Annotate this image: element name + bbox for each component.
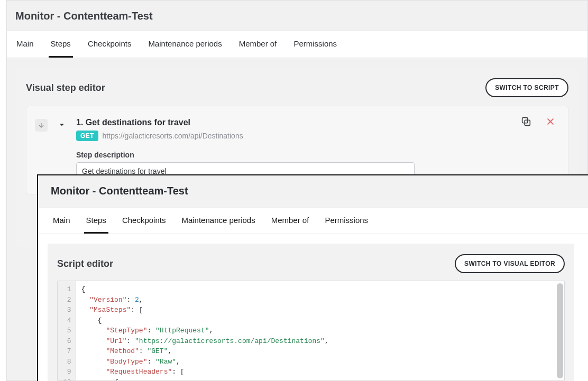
tab-steps[interactable]: Steps [49,31,73,58]
tab-checkpoints[interactable]: Checkpoints [86,31,134,58]
script-editor-panel: Monitor - Contentteam-Test MainStepsChec… [37,174,588,381]
delete-step-button[interactable] [545,116,556,129]
code-body[interactable]: { "Version": 2, "MsaSteps": [ { "StepTyp… [76,281,334,380]
tab-member-of[interactable]: Member of [237,31,279,58]
section-title: Visual step editor [26,82,105,94]
inner-tab-member-of[interactable]: Member of [269,208,311,234]
page-title: Monitor - Contentteam-Test [7,1,587,31]
http-method-badge: GET [76,131,98,141]
inner-tab-main[interactable]: Main [51,208,72,234]
inner-section-title: Script editor [57,258,113,270]
duplicate-step-button[interactable] [520,116,532,129]
request-url: https://galacticresorts.com/api/Destinat… [103,132,243,140]
outer-tabs: MainStepsCheckpointsMaintenance periodsM… [7,31,587,58]
scrollbar[interactable] [557,283,563,378]
collapse-toggle[interactable] [57,118,67,180]
inner-tab-steps[interactable]: Steps [84,208,108,234]
tab-maintenance-periods[interactable]: Maintenance periods [146,31,224,58]
inner-tab-permissions[interactable]: Permissions [323,208,370,234]
inner-tab-maintenance-periods[interactable]: Maintenance periods [179,208,257,234]
inner-tab-checkpoints[interactable]: Checkpoints [120,208,168,234]
step-title: 1. Get destinations for travel [76,118,554,127]
code-editor[interactable]: 1 2 3 4 5 6 7 8 9 10 11 12 13 14 { "Vers… [57,281,565,381]
tab-permissions[interactable]: Permissions [291,31,339,58]
switch-to-visual-editor-button[interactable]: SWITCH TO VISUAL EDITOR [455,254,565,273]
inner-page-title: Monitor - Contentteam-Test [38,175,588,208]
code-gutter: 1 2 3 4 5 6 7 8 9 10 11 12 13 14 [58,281,76,380]
tab-main[interactable]: Main [14,31,36,58]
drag-handle[interactable] [35,119,48,132]
step-description-label: Step description [76,151,554,159]
switch-to-script-button[interactable]: SWITCH TO SCRIPT [485,78,568,97]
inner-tabs: MainStepsCheckpointsMaintenance periodsM… [38,208,588,234]
